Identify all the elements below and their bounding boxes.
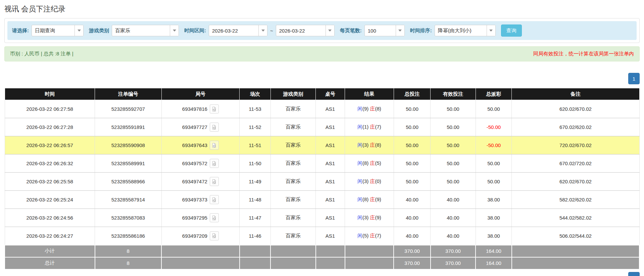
cell-round-id: 693497816 [161,100,240,118]
table-body: 2026-03-22 06:27:58 523285592707 6934978… [5,100,639,245]
summary-total-bet: 370.00 [394,257,431,269]
cell-session: 11-50 [240,154,271,173]
summary-payout: 164.00 [476,245,512,257]
cell-session: 11-46 [240,227,271,245]
video-replay-button[interactable] [210,123,219,132]
cell-valid-bet: 40.00 [431,191,476,209]
filter-bar: 请选择: 日期查询 游戏类别 百家乐 时间区间: 2026-03-22 ~ 20… [7,21,637,40]
result-player-label: 闲 [357,178,362,184]
game-type-label: 游戏类别 [89,28,109,34]
cell-valid-bet: 50.00 [431,136,476,154]
video-file-icon [211,161,217,166]
round-id-text: 693497816 [182,106,207,112]
result-player-label: 闲 [357,124,362,130]
result-player-score: (5) [362,233,368,238]
result-banker-label: 庄 [370,196,375,202]
cell-result: 闲(1) 庄(7) [345,118,394,136]
cell-time: 2026-03-22 06:26:32 [5,154,95,173]
chevron-down-icon[interactable] [170,25,179,36]
page-size-combobox[interactable]: 100 [364,25,405,36]
page-1-button[interactable]: 1 [628,73,640,84]
cell-result: 闲(3) 庄(8) [345,136,394,154]
video-replay-button[interactable] [210,195,219,204]
chevron-down-icon[interactable] [487,25,495,36]
result-player-label: 闲 [357,160,362,166]
cell-time: 2026-03-22 06:24:27 [5,227,95,245]
cell-total-bet-link[interactable]: 50.00 [394,154,431,173]
time-sort-value: 降幂(由大到小) [435,25,487,36]
result-player-label: 闲 [357,106,362,111]
cell-table-no: AS1 [316,100,345,118]
cell-total-bet-link[interactable]: 40.00 [394,227,431,245]
chevron-down-icon[interactable] [75,25,83,36]
pagination-bottom: 1 [628,272,640,276]
date-to-value: 2026-03-22 [276,25,326,36]
col-header-bet-id: 注单编号 [95,88,162,100]
date-from-combobox[interactable]: 2026-03-22 [209,25,267,36]
cell-total-bet-link[interactable]: 40.00 [394,209,431,227]
cell-session: 11-47 [240,209,271,227]
game-type-combobox[interactable]: 百家乐 [112,25,179,36]
cell-round-id: 693497373 [161,191,240,209]
cell-result: 闲(3) 庄(9) [345,209,394,227]
result-player-score: (3) [362,142,368,148]
table-summary-row: 小计 8 370.00 370.00 164.00 [5,245,639,257]
col-header-remark: 备注 [512,88,639,100]
cell-valid-bet: 40.00 [431,227,476,245]
cell-payout: -50.00 [476,136,512,154]
cell-time: 2026-03-22 06:27:28 [5,118,95,136]
cell-result: 闲(3) 庄(0) [345,173,394,191]
cell-total-bet-link[interactable]: 50.00 [394,100,431,118]
select-mode-combobox[interactable]: 日期查询 [32,25,84,36]
result-banker-label: 庄 [370,233,375,238]
result-banker-score: (9) [375,196,381,202]
table-row: 2026-03-22 06:26:32 523285589991 6934975… [5,154,639,173]
video-replay-button[interactable] [210,141,219,150]
cell-payout: 50.00 [476,173,512,191]
video-file-icon [211,215,217,221]
table-row: 2026-03-22 06:26:57 523285590908 6934976… [5,136,639,154]
video-replay-button[interactable] [210,213,219,222]
chevron-down-icon[interactable] [326,25,334,36]
table-row: 2026-03-22 06:27:58 523285592707 6934978… [5,100,639,118]
date-to-combobox[interactable]: 2026-03-22 [276,25,335,36]
result-player-score: (8) [362,160,368,166]
page-size-label: 每页笔数: [340,28,362,34]
chevron-down-icon[interactable] [258,25,267,36]
page-1-button-bottom[interactable]: 1 [628,272,640,276]
currency-summary-text: 币别 : 人民币 | 总共 :8 注单 | [10,51,73,57]
filter-panel: 请选择: 日期查询 游戏类别 百家乐 时间区间: 2026-03-22 ~ 20… [4,18,640,43]
chevron-down-icon[interactable] [396,25,404,36]
cell-remark: 506.02/544.02 [512,227,639,245]
search-button[interactable]: 查询 [501,25,522,37]
cell-game-type: 百家乐 [270,100,315,118]
round-id-text: 693497209 [182,233,207,239]
cell-bet-id: 523285591891 [95,118,162,136]
cell-table-no: AS1 [316,154,345,173]
cell-total-bet-link[interactable]: 50.00 [394,136,431,154]
cell-bet-id: 523285586186 [95,227,162,245]
col-header-session: 场次 [240,88,271,100]
video-replay-button[interactable] [210,104,219,113]
result-player-label: 闲 [357,233,362,238]
cell-result: 闲(8) 庄(9) [345,191,394,209]
cell-session: 11-52 [240,118,271,136]
cell-bet-id: 523285590908 [95,136,162,154]
result-banker-label: 庄 [370,142,375,148]
video-replay-button[interactable] [210,231,219,240]
cell-total-bet-link[interactable]: 50.00 [394,118,431,136]
col-header-game-type: 游戏类别 [270,88,315,100]
result-player-score: (1) [362,124,368,130]
cell-time: 2026-03-22 06:25:58 [5,173,95,191]
cell-total-bet-link[interactable]: 40.00 [394,191,431,209]
result-player-score: (3) [362,215,368,220]
cell-result: 闲(5) 庄(7) [345,227,394,245]
time-sort-combobox[interactable]: 降幂(由大到小) [435,25,496,36]
video-replay-button[interactable] [210,159,219,168]
cell-session: 11-49 [240,173,271,191]
video-replay-button[interactable] [210,177,219,186]
round-id-text: 693497572 [182,160,207,166]
cell-total-bet-link[interactable]: 50.00 [394,173,431,191]
col-header-round-id: 局号 [161,88,240,100]
cell-payout: -50.00 [476,118,512,136]
